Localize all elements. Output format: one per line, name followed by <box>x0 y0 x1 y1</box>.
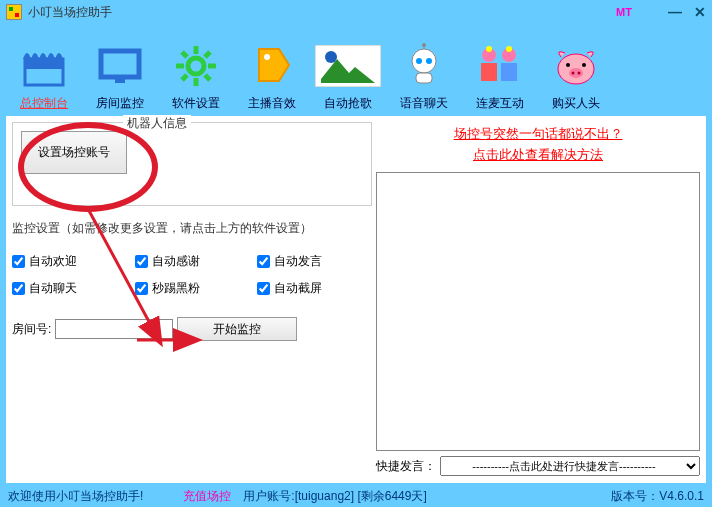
status-user: 用户账号:[tuiguang2] [剩余6449天] <box>243 488 426 505</box>
photo-icon <box>315 41 381 91</box>
tab-label: 购买人头 <box>552 95 600 112</box>
storefront-icon <box>19 41 69 91</box>
svg-rect-24 <box>481 63 497 81</box>
check-kick-black[interactable]: 秒踢黑粉 <box>135 280 250 297</box>
minimize-icon[interactable]: — <box>668 4 682 20</box>
svg-point-26 <box>486 46 492 52</box>
tab-settings[interactable]: 软件设置 <box>158 41 234 112</box>
window-title: 小叮当场控助手 <box>28 4 112 21</box>
status-recharge[interactable]: 充值场控 <box>183 488 231 505</box>
tab-label: 主播音效 <box>248 95 296 112</box>
svg-line-11 <box>205 52 210 57</box>
gear-icon <box>171 41 221 91</box>
check-auto-welcome[interactable]: 自动欢迎 <box>12 253 127 270</box>
monitor-settings-label: 监控设置（如需修改更多设置，请点击上方的软件设置） <box>12 220 372 237</box>
svg-point-18 <box>426 58 432 64</box>
check-auto-shot[interactable]: 自动截屏 <box>257 280 372 297</box>
svg-point-17 <box>416 58 422 64</box>
toolbar: 总控制台 房间监控 软件设置 主播音效 自动抢歌 <box>0 24 712 116</box>
svg-line-10 <box>182 75 187 80</box>
tab-link-mic[interactable]: 连麦互动 <box>462 41 538 112</box>
check-auto-chat[interactable]: 自动聊天 <box>12 280 127 297</box>
svg-point-15 <box>325 51 337 63</box>
svg-point-12 <box>264 54 270 60</box>
svg-point-3 <box>188 58 204 74</box>
robot-icon <box>399 41 449 91</box>
log-box <box>376 172 700 451</box>
svg-point-33 <box>582 63 586 67</box>
group-legend: 机器人信息 <box>123 115 191 132</box>
start-monitor-button[interactable]: 开始监控 <box>177 317 297 341</box>
svg-rect-25 <box>501 63 517 81</box>
monitor-icon <box>95 41 145 91</box>
tab-room-monitor[interactable]: 房间监控 <box>82 41 158 112</box>
tab-label: 自动抢歌 <box>324 95 372 112</box>
svg-rect-0 <box>25 59 63 69</box>
app-icon <box>6 4 22 20</box>
set-account-button[interactable]: 设置场控账号 <box>21 131 127 174</box>
tab-label: 软件设置 <box>172 95 220 112</box>
tab-sound[interactable]: 主播音效 <box>234 41 310 112</box>
svg-point-29 <box>569 68 583 78</box>
status-welcome: 欢迎使用小叮当场控助手! <box>8 488 143 505</box>
titlebar: 小叮当场控助手 MT — ✕ <box>0 0 712 24</box>
robot-info-group: 机器人信息 设置场控账号 <box>12 122 372 206</box>
svg-point-16 <box>412 49 436 73</box>
status-version: 版本号：V4.6.0.1 <box>611 488 704 505</box>
check-auto-thank[interactable]: 自动感谢 <box>135 253 250 270</box>
tab-voice-chat[interactable]: 语音聊天 <box>386 41 462 112</box>
check-auto-speak[interactable]: 自动发言 <box>257 253 372 270</box>
left-panel: 机器人信息 设置场控账号 监控设置（如需修改更多设置，请点击上方的软件设置） 自… <box>12 122 372 477</box>
tab-console[interactable]: 总控制台 <box>6 41 82 112</box>
svg-rect-2 <box>115 79 125 83</box>
people-icon <box>475 41 525 91</box>
tab-label: 语音聊天 <box>400 95 448 112</box>
tab-auto-song[interactable]: 自动抢歌 <box>310 41 386 112</box>
statusbar: 欢迎使用小叮当场控助手! 充值场控 用户账号:[tuiguang2] [剩余64… <box>0 485 712 507</box>
svg-rect-1 <box>101 51 139 77</box>
room-input[interactable] <box>55 319 173 339</box>
svg-point-30 <box>572 72 575 75</box>
svg-point-32 <box>566 63 570 67</box>
tab-buy-heads[interactable]: 购买人头 <box>538 41 614 112</box>
tag-icon <box>247 41 297 91</box>
tab-label: 连麦互动 <box>476 95 524 112</box>
close-icon[interactable]: ✕ <box>694 4 706 20</box>
svg-point-21 <box>422 43 426 47</box>
quick-select[interactable]: ----------点击此处进行快捷发言---------- <box>440 456 700 476</box>
svg-rect-19 <box>416 73 432 83</box>
svg-point-31 <box>578 72 581 75</box>
svg-point-27 <box>506 46 512 52</box>
tab-label: 房间监控 <box>96 95 144 112</box>
main-area: 机器人信息 设置场控账号 监控设置（如需修改更多设置，请点击上方的软件设置） 自… <box>6 116 706 483</box>
pig-icon <box>551 41 601 91</box>
svg-line-9 <box>205 75 210 80</box>
right-panel: 场控号突然一句话都说不出？点击此处查看解决方法 快捷发言： ----------… <box>376 122 700 477</box>
quick-label: 快捷发言： <box>376 458 436 475</box>
notice-link[interactable]: 场控号突然一句话都说不出？点击此处查看解决方法 <box>376 124 700 166</box>
svg-line-8 <box>182 52 187 57</box>
tab-label: 总控制台 <box>20 95 68 112</box>
room-label: 房间号: <box>12 321 51 338</box>
mt-badge: MT <box>616 6 632 18</box>
